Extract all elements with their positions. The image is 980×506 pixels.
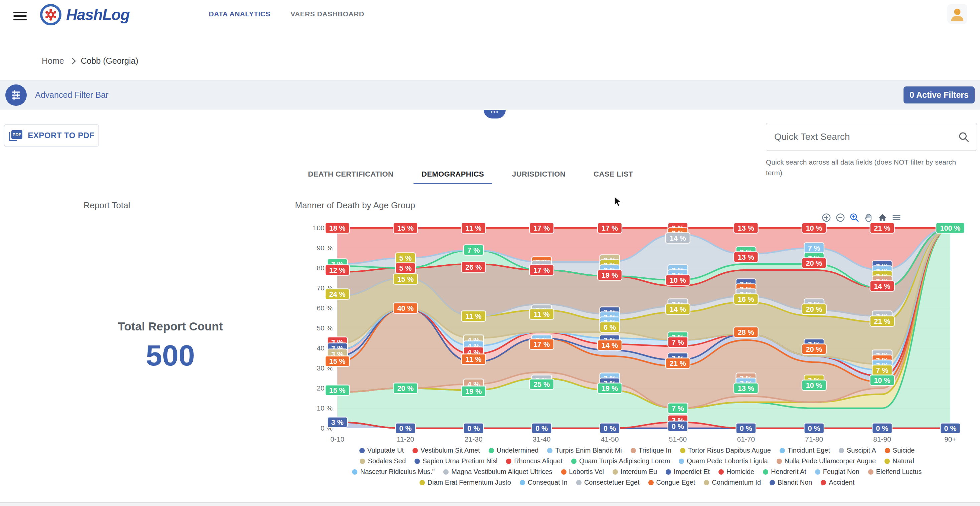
svg-text:20 %: 20 % <box>806 305 822 313</box>
legend-item[interactable]: Sodales Sed <box>360 457 406 465</box>
svg-text:10 %: 10 % <box>874 376 891 384</box>
svg-text:7 %: 7 % <box>808 244 820 252</box>
legend-item[interactable]: Vulputate Ut <box>360 447 404 454</box>
legend-marker-icon <box>360 458 365 464</box>
legend-item[interactable]: Accident <box>821 479 854 486</box>
legend-item[interactable]: Suicide <box>885 447 915 454</box>
legend-item[interactable]: Nascetur Ridiculus Mus." <box>352 468 434 476</box>
nav-data-analytics[interactable]: DATA ANALYTICS <box>209 10 270 18</box>
chart-canvas[interactable]: 100 %90 %80 %70 %60 %50 %40 %30 %20 %10 … <box>294 214 980 447</box>
legend-item[interactable]: Vestibulum Sit Amet <box>412 447 480 454</box>
svg-text:15 %: 15 % <box>397 224 414 232</box>
filter-bar-label: Advanced Filter Bar <box>35 90 108 100</box>
legend-item[interactable]: Blandit Non <box>770 479 812 486</box>
legend-marker-icon <box>780 448 785 453</box>
legend-item[interactable]: Consectetuer Eget <box>576 479 640 486</box>
data-label: 14 % <box>666 233 690 243</box>
legend-marker-icon <box>631 448 636 453</box>
horizontal-scrollbar[interactable] <box>0 502 980 506</box>
x-axis-label: 81-90 <box>873 435 891 443</box>
legend-item[interactable]: Tristique In <box>631 447 671 454</box>
svg-text:3 %: 3 % <box>331 419 344 427</box>
advanced-filter-bar[interactable]: Advanced Filter Bar 0 Active Filters <box>0 80 980 109</box>
legend-item[interactable]: Consequat In <box>520 479 568 486</box>
chart-title: Manner of Death by Age Group <box>295 200 415 211</box>
tab-jurisdiction[interactable]: JURISDICTION <box>498 166 579 182</box>
legend-item[interactable]: Interdum Eu <box>612 468 657 476</box>
quick-text-search-input[interactable] <box>766 123 977 151</box>
legend-item[interactable]: Eleifend Luctus <box>868 468 922 476</box>
legend-item[interactable]: Quam Pede Lobortis Ligula <box>679 457 768 465</box>
hamburger-menu-icon[interactable] <box>13 10 27 21</box>
svg-text:13 %: 13 % <box>738 224 754 232</box>
legend-marker-icon <box>648 480 654 485</box>
legend-item[interactable]: Homicide <box>719 468 754 476</box>
legend-item[interactable]: Imperdiet Et <box>666 468 710 476</box>
data-label: 15 % <box>393 223 417 233</box>
breadcrumb-home[interactable]: Home <box>42 56 64 66</box>
y-tick-label: 60 % <box>317 304 332 312</box>
legend-item[interactable]: Quam Turpis Adipiscing Lorem <box>571 457 670 465</box>
data-label: 17 % <box>598 223 622 233</box>
svg-text:40 %: 40 % <box>397 305 414 312</box>
legend-marker-icon <box>839 448 844 453</box>
svg-text:20 %: 20 % <box>806 346 822 354</box>
svg-text:10 %: 10 % <box>670 276 686 284</box>
legend-item[interactable]: Nulla Pede Ullamcorper Augue <box>776 457 876 465</box>
data-label: 0 % <box>668 421 688 431</box>
svg-text:21 %: 21 % <box>874 317 891 325</box>
legend-item[interactable]: Tincidunt Eget <box>780 447 830 454</box>
x-axis-label: 61-70 <box>737 435 755 443</box>
export-label: EXPORT TO PDF <box>28 131 94 140</box>
tab-death-certification[interactable]: DEATH CERTIFICATION <box>294 166 407 182</box>
legend-item[interactable]: Condimentum Id <box>704 479 761 486</box>
data-label: 7 % <box>668 403 688 414</box>
legend-item[interactable]: Undetermined <box>488 447 539 454</box>
legend-item[interactable]: Hendrerit At <box>763 468 806 476</box>
svg-text:17 %: 17 % <box>533 224 550 232</box>
legend-item[interactable]: Rhoncus Aliquet <box>506 457 563 465</box>
legend-label: Quam Turpis Adipiscing Lorem <box>579 457 670 465</box>
legend-item[interactable]: Sapien Urna Pretium Nisl <box>415 457 498 465</box>
legend-item[interactable]: Lobortis Vel <box>561 468 604 476</box>
legend-marker-icon <box>415 458 420 464</box>
svg-text:13 %: 13 % <box>738 384 754 392</box>
legend-label: Tristique In <box>639 447 671 454</box>
legend-item[interactable]: Feugiat Non <box>815 468 859 476</box>
legend-marker-icon <box>443 469 449 474</box>
export-to-pdf-button[interactable]: PDF EXPORT TO PDF <box>4 124 99 147</box>
collapse-dots: ••• <box>491 110 499 114</box>
user-avatar[interactable] <box>947 4 967 24</box>
tab-case-list[interactable]: CASE LIST <box>579 166 648 182</box>
tab-demographics[interactable]: DEMOGRAPHICS <box>407 166 498 182</box>
legend-item[interactable]: Congue Eget <box>648 479 695 486</box>
search-icon[interactable] <box>958 131 970 143</box>
legend-label: Quam Pede Lobortis Ligula <box>687 457 768 465</box>
legend-label: Consectetuer Eget <box>584 479 640 486</box>
nav-vaers-dashboard[interactable]: VAERS DASHBOARD <box>291 10 364 18</box>
legend-item[interactable]: Diam Erat Fermentum Justo <box>420 479 511 486</box>
legend-item[interactable]: Suscipit A <box>839 447 876 454</box>
svg-text:14 %: 14 % <box>601 341 618 349</box>
svg-text:17 %: 17 % <box>533 266 550 274</box>
legend-label: Vestibulum Sit Amet <box>420 447 480 454</box>
data-label: 15 % <box>325 385 350 395</box>
legend-item[interactable]: Natural <box>885 457 914 465</box>
svg-text:25 %: 25 % <box>533 381 550 389</box>
legend-item[interactable]: Tortor Risus Dapibus Augue <box>680 447 771 454</box>
x-axis-label: 11-20 <box>397 435 414 443</box>
app-logo[interactable]: HashLog <box>40 3 130 26</box>
legend-item[interactable]: Turpis Enim Blandit Mi <box>547 447 622 454</box>
x-axis-label: 31-40 <box>533 435 551 443</box>
legend-item[interactable]: Magna Vestibulum Aliquet Ultrices <box>443 468 552 476</box>
data-label: 26 % <box>461 262 486 272</box>
filter-sliders-icon[interactable] <box>5 84 27 106</box>
data-label: 21 % <box>870 223 894 233</box>
legend-row: Diam Erat Fermentum JustoConsequat InCon… <box>294 479 980 486</box>
legend-marker-icon <box>488 448 494 453</box>
legend-row: Nascetur Ridiculus Mus."Magna Vestibulum… <box>294 468 980 476</box>
data-label: 20 % <box>393 383 417 393</box>
svg-text:5 %: 5 % <box>399 254 412 262</box>
y-tick-label: 10 % <box>317 404 332 412</box>
filter-collapse-handle[interactable]: ••• <box>484 110 506 119</box>
